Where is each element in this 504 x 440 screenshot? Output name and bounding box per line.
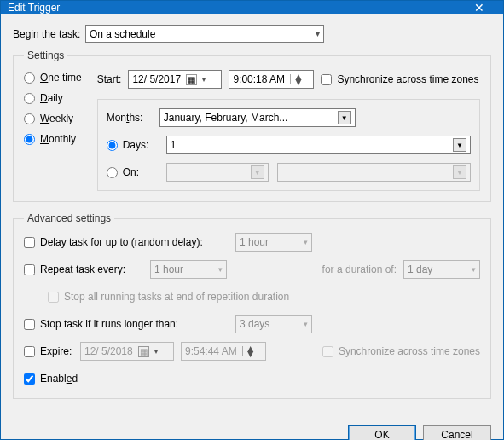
repeat-task-value: 1 hour	[154, 263, 183, 275]
expire-date-value: 12/ 5/2018	[84, 345, 133, 357]
months-select[interactable]: January, February, March... ▼	[159, 108, 356, 127]
stop-longer[interactable]: Stop task if it runs longer than:	[24, 318, 229, 330]
start-time-value: 9:00:18 AM	[233, 73, 285, 85]
days-select[interactable]: 1 ▼	[166, 136, 471, 154]
freq-one-time-radio[interactable]	[24, 72, 35, 84]
days-value: 1	[171, 139, 177, 151]
stop-longer-checkbox[interactable]	[24, 319, 35, 330]
monthly-panel: Months: January, February, March... ▼ Da…	[97, 99, 480, 191]
calendar-icon: ▦	[138, 346, 149, 357]
calendar-icon: ▦	[186, 74, 197, 85]
chevron-down-icon: ▾	[154, 348, 158, 356]
duration-select: 1 day ▾	[403, 260, 480, 279]
enabled-checkbox[interactable]	[24, 373, 35, 385]
enabled[interactable]: Enabled	[24, 373, 78, 385]
freq-weekly-label: eekly	[49, 113, 73, 124]
freq-monthly-radio[interactable]	[24, 134, 35, 145]
start-label: Start:	[97, 73, 122, 85]
days-radio[interactable]	[107, 140, 118, 151]
repeat-task[interactable]: Repeat task every:	[24, 263, 143, 275]
start-date-picker[interactable]: 12/ 5/2017 ▦ ▾	[128, 70, 222, 89]
stop-all-tasks-checkbox	[48, 292, 59, 303]
expire-label: Expire:	[40, 345, 72, 357]
on-radio[interactable]	[107, 167, 118, 178]
start-time-picker[interactable]: 9:00:18 AM ▲▼	[229, 70, 314, 89]
delay-task-checkbox[interactable]	[24, 237, 35, 248]
stop-all-tasks-label: Stop all running tasks at end of repetit…	[64, 291, 289, 303]
freq-weekly[interactable]: Weekly	[24, 113, 82, 124]
repeat-task-select: 1 hour ▾	[150, 260, 227, 279]
freq-weekly-radio[interactable]	[24, 113, 35, 124]
titlebar: Edit Trigger ✕	[1, 1, 503, 14]
expire-time-value: 9:54:44 AM	[185, 345, 237, 357]
spinner-icon[interactable]: ▲▼	[290, 74, 304, 84]
begin-task-value: On a schedule	[90, 28, 155, 40]
duration-value: 1 day	[408, 263, 432, 275]
days-label: Days:	[123, 139, 149, 151]
spinner-icon: ▲▼	[242, 346, 256, 356]
chevron-down-icon: ▾	[202, 76, 206, 84]
freq-one-time[interactable]: One time	[24, 72, 82, 84]
expire-time-picker: 9:54:44 AM ▲▼	[181, 342, 266, 361]
chevron-down-icon: ▼	[453, 165, 466, 179]
stop-longer-value: 3 days	[240, 318, 269, 330]
freq-one-time-label: ne time	[48, 72, 81, 84]
expire-checkbox[interactable]	[24, 346, 35, 357]
duration-label: for a duration of:	[322, 263, 397, 275]
months-value: January, February, March...	[164, 112, 288, 124]
sync-timezones-2-checkbox	[322, 346, 333, 357]
chevron-down-icon: ▾	[218, 265, 223, 274]
settings-legend: Settings	[24, 49, 67, 61]
on-weekday-select: ▼	[277, 163, 471, 182]
freq-daily-label: aily	[48, 92, 63, 104]
chevron-down-icon: ▾	[304, 238, 308, 246]
close-icon[interactable]: ✕	[462, 1, 496, 14]
ok-button[interactable]: OK	[348, 425, 416, 440]
delay-task-label: Delay task for up to (random delay):	[40, 236, 203, 248]
expire[interactable]: Expire:	[24, 345, 73, 357]
begin-task-label: Begin the task:	[13, 28, 85, 40]
sync-timezones-2-label: Synchronize across time zones	[339, 345, 480, 357]
chevron-down-icon: ▾	[316, 29, 320, 38]
freq-monthly-label: onthly	[49, 133, 76, 145]
repeat-task-checkbox[interactable]	[24, 264, 35, 275]
repeat-task-label: Repeat task every:	[40, 263, 125, 275]
chevron-down-icon: ▾	[304, 320, 308, 328]
sync-timezones-label: Synchronize across time zones	[337, 73, 478, 85]
sync-timezones[interactable]: Synchronize across time zones	[321, 73, 478, 85]
chevron-down-icon: ▼	[251, 165, 264, 179]
stop-all-tasks: Stop all running tasks at end of repetit…	[48, 291, 289, 303]
window-title: Edit Trigger	[8, 2, 462, 14]
cancel-button[interactable]: Cancel	[423, 425, 491, 440]
chevron-down-icon: ▼	[453, 138, 466, 152]
stop-longer-select: 3 days ▾	[235, 315, 312, 333]
settings-group: Settings One time Daily Weekly	[13, 49, 491, 202]
on-label: On:	[123, 166, 139, 178]
enabled-label: Enabled	[40, 373, 78, 385]
delay-task-value: 1 hour	[240, 236, 269, 248]
sync-timezones-checkbox[interactable]	[321, 74, 332, 85]
chevron-down-icon: ▼	[338, 111, 351, 124]
on-option[interactable]: On:	[107, 166, 158, 178]
advanced-group: Advanced settings Delay task for up to (…	[13, 212, 491, 399]
months-label: Months:	[107, 112, 151, 124]
advanced-legend: Advanced settings	[24, 212, 114, 224]
freq-daily[interactable]: Daily	[24, 92, 82, 104]
delay-task-select: 1 hour ▾	[235, 233, 312, 252]
sync-timezones-2: Synchronize across time zones	[322, 345, 480, 357]
start-date-value: 12/ 5/2017	[132, 73, 181, 85]
expire-date-picker: 12/ 5/2018 ▦ ▾	[80, 342, 174, 361]
freq-monthly[interactable]: Monthly	[24, 133, 82, 145]
chevron-down-icon: ▾	[472, 265, 476, 274]
begin-task-select[interactable]: On a schedule ▾	[85, 25, 324, 43]
freq-daily-radio[interactable]	[24, 93, 35, 104]
days-option[interactable]: Days:	[107, 139, 158, 151]
on-ordinal-select: ▼	[166, 163, 269, 182]
delay-task[interactable]: Delay task for up to (random delay):	[24, 236, 229, 248]
stop-longer-label: Stop task if it runs longer than:	[40, 318, 178, 330]
